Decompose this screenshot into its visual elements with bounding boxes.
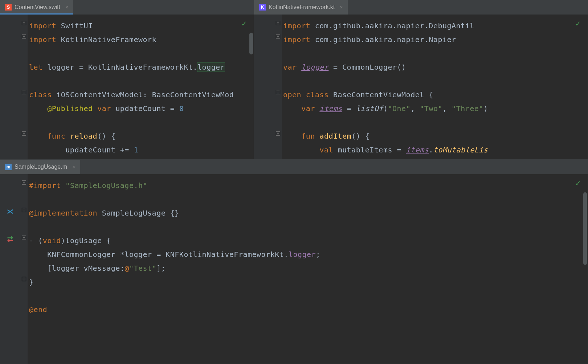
code-content[interactable]: #import "SampleLogUsage.h" @implementati… xyxy=(28,174,588,364)
close-icon[interactable]: × xyxy=(340,4,343,10)
editor-area[interactable]: − − − − import com.github.aakira.napier.… xyxy=(254,15,588,159)
tabbar: K KotlinNativeFramework.kt × xyxy=(254,0,588,15)
shuffle-icon[interactable] xyxy=(7,208,14,215)
objc-file-icon: m xyxy=(5,164,12,170)
tab-contentview-swift[interactable]: S ContentView.swift × xyxy=(0,0,73,15)
scrollbar-thumb[interactable] xyxy=(249,33,253,54)
close-icon[interactable]: × xyxy=(65,4,68,10)
tabbar: S ContentView.swift × xyxy=(0,0,254,15)
editor-area[interactable]: − − − − import SwiftUI import KotlinNati… xyxy=(0,15,254,159)
fold-icon[interactable]: − xyxy=(276,34,280,39)
editor-area[interactable]: − − − − #import "SampleLogUsage.h" @impl… xyxy=(0,174,588,364)
fold-icon[interactable]: − xyxy=(22,277,26,281)
tab-label: SampleLogUsage.m xyxy=(15,164,67,170)
fold-icon[interactable]: − xyxy=(22,208,26,212)
check-icon: ✓ xyxy=(576,19,580,28)
tab-label: KotlinNativeFramework.kt xyxy=(269,4,335,11)
fold-icon[interactable]: − xyxy=(22,180,26,185)
check-icon: ✓ xyxy=(242,19,246,28)
tab-label: ContentView.swift xyxy=(15,4,60,11)
tabbar: m SampleLogUsage.m × xyxy=(0,160,588,174)
check-icon: ✓ xyxy=(576,179,580,188)
code-content[interactable]: import com.github.aakira.napier.DebugAnt… xyxy=(282,15,588,159)
swap-icon[interactable] xyxy=(7,236,14,243)
fold-icon[interactable]: − xyxy=(22,236,26,240)
code-content[interactable]: import SwiftUI import KotlinNativeFramew… xyxy=(28,15,254,159)
kotlin-file-icon: K xyxy=(259,4,266,11)
fold-icon[interactable]: − xyxy=(22,21,26,25)
fold-icon[interactable]: − xyxy=(276,21,280,25)
editor-pane-bottom: m SampleLogUsage.m × − − − − #import "Sa… xyxy=(0,160,588,364)
close-icon[interactable]: × xyxy=(72,164,75,170)
fold-icon[interactable]: − xyxy=(276,131,280,136)
editor-pane-top-left: S ContentView.swift × − − − − import Swi… xyxy=(0,0,254,160)
tab-samplelogusage-m[interactable]: m SampleLogUsage.m × xyxy=(0,160,80,174)
scrollbar-thumb[interactable] xyxy=(583,192,587,265)
fold-icon[interactable]: − xyxy=(22,34,26,39)
gutter: − − − − xyxy=(0,174,28,364)
fold-icon[interactable]: − xyxy=(22,90,26,94)
gutter: − − − − xyxy=(0,15,28,159)
fold-icon[interactable]: − xyxy=(276,90,280,94)
swift-file-icon: S xyxy=(5,4,12,11)
tab-kotlinnativeframework-kt[interactable]: K KotlinNativeFramework.kt × xyxy=(254,0,348,15)
editor-pane-top-right: K KotlinNativeFramework.kt × − − − − imp… xyxy=(254,0,588,160)
fold-icon[interactable]: − xyxy=(22,131,26,136)
gutter: − − − − xyxy=(254,15,282,159)
